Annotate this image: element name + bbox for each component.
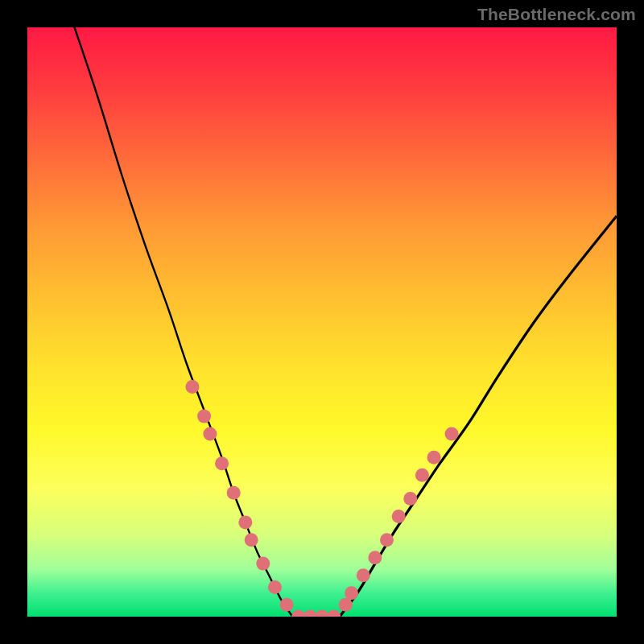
data-dot bbox=[445, 427, 459, 441]
data-dot bbox=[303, 610, 317, 617]
data-dot bbox=[245, 533, 258, 547]
data-dot bbox=[256, 557, 270, 571]
series-left-curve bbox=[75, 27, 293, 617]
data-dot bbox=[280, 598, 294, 612]
data-dot bbox=[291, 610, 305, 617]
data-dot bbox=[185, 380, 199, 394]
data-dot bbox=[327, 610, 341, 617]
data-dot bbox=[427, 451, 441, 464]
watermark-text: TheBottleneck.com bbox=[477, 5, 636, 24]
curve-svg bbox=[27, 27, 617, 617]
data-dot bbox=[238, 515, 252, 529]
data-dot bbox=[268, 580, 282, 594]
data-dot bbox=[380, 533, 394, 547]
data-dot bbox=[215, 456, 229, 470]
data-dot bbox=[345, 586, 358, 600]
data-dot bbox=[339, 598, 353, 612]
data-dot bbox=[227, 486, 241, 500]
chart-container: TheBottleneck.com bbox=[0, 0, 644, 644]
data-dot bbox=[197, 410, 211, 423]
data-dot bbox=[203, 427, 217, 441]
data-dot bbox=[403, 492, 417, 506]
data-dot bbox=[357, 568, 370, 582]
data-dot bbox=[392, 510, 406, 523]
curve-paths bbox=[75, 27, 617, 617]
data-dot bbox=[415, 469, 429, 482]
data-dot bbox=[368, 551, 382, 564]
data-dot bbox=[316, 610, 329, 617]
plot-area bbox=[27, 27, 617, 617]
